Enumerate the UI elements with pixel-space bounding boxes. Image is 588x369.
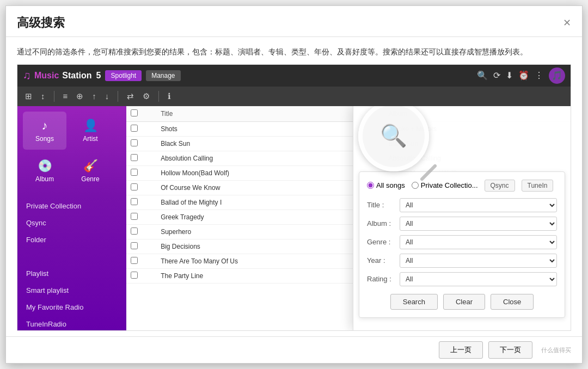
search-actions: Search Clear Close [367, 294, 557, 310]
row-checkbox [126, 136, 156, 151]
genre-icon: 🎸 [83, 159, 98, 173]
close-button[interactable]: ✕ [563, 18, 571, 28]
row-title: Shots [156, 121, 384, 136]
music-note-icon: ♫ [23, 69, 31, 82]
row-title: The Party Line [156, 268, 384, 283]
sidebar-item-my-favorite-radio[interactable]: My Favorite Radio [17, 299, 126, 316]
genre-field-label: Genre : [367, 238, 400, 246]
add-icon[interactable]: ⊕ [74, 90, 85, 102]
row-checkbox [126, 151, 156, 165]
alarm-icon[interactable]: ⏰ [518, 70, 529, 81]
refresh-icon[interactable]: ⟳ [493, 70, 500, 81]
select-all-checkbox[interactable] [131, 109, 138, 116]
dialog-titlebar: 高级搜索 ✕ [6, 6, 582, 37]
sidebar-item-artist[interactable]: 👤 Artist [69, 112, 112, 150]
app-icon-active[interactable]: 🎵 [549, 67, 565, 84]
app-body: ♪ Songs 👤 Artist 💿 Album 🎸 Genre [17, 106, 571, 330]
main-content: Title Album Shots Smoke + Mirrors [126, 106, 571, 330]
close-search-button[interactable]: Close [491, 294, 534, 310]
upload-icon[interactable]: ↑ [90, 90, 99, 102]
search-popup: All songs Private Collectio... Qsync Tun… [359, 171, 565, 318]
playlist-icon[interactable]: ≡ [61, 90, 70, 102]
artist-label: Artist [83, 135, 97, 143]
sidebar-item-songs[interactable]: ♪ Songs [23, 112, 66, 150]
search-button[interactable]: Search [390, 294, 438, 310]
dialog-bottom-bar: 上一页 下一页 什么值得买 [6, 336, 582, 363]
year-select[interactable]: All [400, 254, 557, 268]
row-checkbox [126, 195, 156, 210]
title-select[interactable]: All [400, 198, 557, 212]
grid-view-icon[interactable]: ⊞ [23, 90, 34, 102]
genre-select[interactable]: All [400, 235, 557, 249]
album-field-label: Album : [367, 219, 400, 227]
col-title-header: Title [156, 106, 384, 122]
source-all-radio-input[interactable] [367, 182, 374, 189]
info-icon[interactable]: ℹ [166, 90, 173, 102]
download-icon[interactable]: ⬇ [506, 70, 513, 81]
sort-icon[interactable]: ↕ [39, 90, 47, 102]
row-title: Big Decisions [156, 239, 384, 254]
app-logo-music: Music [34, 71, 59, 81]
sidebar-item-genre[interactable]: 🎸 Genre [69, 152, 112, 190]
row-title: Ballad of the Mighty I [156, 195, 384, 210]
app-toolbar: ⊞ ↕ ≡ ⊕ ↑ ↓ ⇄ ⚙ ℹ [17, 87, 571, 106]
row-checkbox [126, 165, 156, 180]
app-logo: ♫ MusicStation 5 [23, 69, 101, 82]
source-private-radio[interactable]: Private Collectio... [412, 181, 478, 189]
manage-nav-button[interactable]: Manage [146, 70, 180, 81]
search-topbar-icon[interactable]: 🔍 [477, 70, 488, 81]
search-title-row: Title : All [367, 198, 557, 212]
row-checkbox [126, 224, 156, 239]
app-logo-version: 5 [96, 71, 101, 81]
sidebar-list: Private Collection Qsync Folder Playlist… [17, 195, 126, 330]
rating-field-label: Rating : [367, 275, 400, 283]
songs-icon: ♪ [42, 119, 48, 133]
sidebar-item-album[interactable]: 💿 Album [23, 152, 66, 190]
songs-label: Songs [35, 135, 54, 143]
search-overlay-panel: 🔍 All songs [353, 106, 571, 330]
row-checkbox [126, 210, 156, 224]
sidebar-item-smart-playlist[interactable]: Smart playlist [17, 282, 126, 299]
source-all-songs-radio[interactable]: All songs [367, 181, 405, 189]
sidebar-item-playlist[interactable]: Playlist [17, 265, 126, 282]
genre-label: Genre [81, 175, 99, 183]
advanced-search-dialog: 高级搜索 ✕ 通过不同的筛选条件，您可精准搜索到您要的结果，包含：标题、演唱者、… [5, 5, 583, 364]
spotlight-nav-button[interactable]: Spotlight [105, 70, 142, 81]
source-all-label: All songs [376, 181, 405, 189]
app-logo-station: Station [62, 71, 91, 81]
toolbar-separator-3 [158, 91, 159, 102]
album-icon: 💿 [38, 159, 52, 173]
search-source-row: All songs Private Collectio... Qsync Tun… [367, 180, 557, 192]
source-private-radio-input[interactable] [412, 182, 419, 189]
row-title: Of Course We Know [156, 180, 384, 195]
app-wrapper: Title Album Shots Smoke + Mirrors [126, 106, 571, 330]
row-title: Greek Tragedy [156, 210, 384, 224]
rating-select[interactable]: All [400, 272, 557, 286]
row-title: There Are Too Many Of Us [156, 254, 384, 268]
sidebar: ♪ Songs 👤 Artist 💿 Album 🎸 Genre [17, 106, 126, 330]
search-genre-row: Genre : All [367, 235, 557, 249]
clear-button[interactable]: Clear [443, 294, 485, 310]
col-checkbox-header [126, 106, 156, 122]
dialog-description: 通过不同的筛选条件，您可精准搜索到您要的结果，包含：标题、演唱者、专辑、类型、年… [6, 37, 582, 64]
download-toolbar-icon[interactable]: ↓ [103, 90, 112, 102]
year-field-label: Year : [367, 256, 400, 265]
prev-page-button[interactable]: 上一页 [439, 341, 483, 359]
sidebar-item-qsync[interactable]: Qsync [17, 214, 126, 231]
source-tunein-button[interactable]: TuneIn [522, 180, 554, 192]
more-icon[interactable]: ⋮ [535, 70, 543, 81]
share-icon[interactable]: ⇄ [125, 90, 136, 102]
row-title: Hollow Moon(Bad Wolf) [156, 165, 384, 180]
settings-icon[interactable]: ⚙ [140, 90, 152, 102]
sidebar-item-folder[interactable]: Folder [17, 231, 126, 248]
row-checkbox [126, 121, 156, 136]
album-select[interactable]: All [400, 217, 557, 231]
artist-icon: 👤 [83, 119, 98, 133]
toolbar-separator-2 [118, 91, 118, 102]
sidebar-item-private-collection[interactable]: Private Collection [17, 198, 126, 214]
app-topbar: ♫ MusicStation 5 Spotlight Manage 🔍 ⟳ ⬇ … [17, 65, 571, 87]
source-qsync-button[interactable]: Qsync [485, 180, 515, 192]
sidebar-item-tuneinradio[interactable]: TuneInRadio [17, 316, 126, 330]
next-page-button[interactable]: 下一页 [488, 341, 532, 359]
row-checkbox [126, 239, 156, 254]
